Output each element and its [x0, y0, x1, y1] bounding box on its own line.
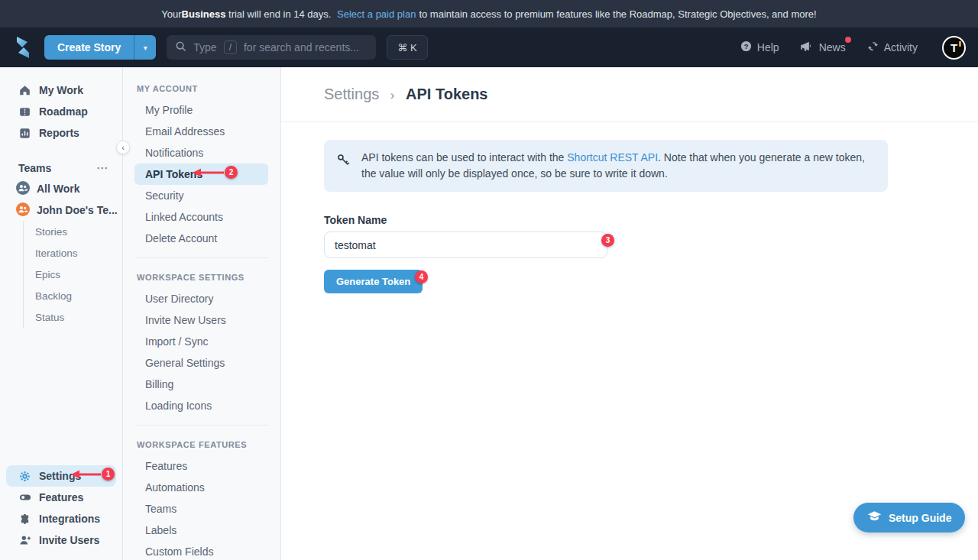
- shortcut-logo-icon[interactable]: [12, 35, 35, 60]
- news-menu[interactable]: News: [801, 40, 846, 54]
- team-subitems: Stories Iterations Epics Backlog Status: [23, 221, 122, 328]
- slash-key-hint: /: [224, 40, 237, 54]
- activity-sync-icon: [867, 40, 879, 54]
- sidebar-item-roadmap[interactable]: Roadmap: [0, 101, 122, 122]
- setup-guide-icon: [867, 510, 882, 525]
- all-work-avatar-icon: [16, 181, 30, 197]
- settings-nav-linked-accounts[interactable]: Linked Accounts: [134, 206, 268, 228]
- settings-nav-labels[interactable]: Labels: [134, 520, 268, 541]
- activity-menu[interactable]: Activity: [867, 40, 918, 54]
- banner-plan-name: Business: [182, 8, 226, 20]
- left-sidebar: ‹ My Work Roadmap Reports Teams ⋯: [0, 67, 123, 560]
- activity-label[interactable]: Activity: [884, 41, 918, 53]
- generate-token-button[interactable]: Generate Token: [324, 270, 423, 293]
- user-avatar[interactable]: T: [942, 36, 966, 60]
- settings-nav-security[interactable]: Security: [134, 185, 268, 206]
- cmd-k-shortcut-badge: ⌘ K: [387, 35, 427, 60]
- avatar-letter: T: [950, 41, 957, 54]
- sidebar-item-iterations[interactable]: Iterations: [24, 242, 122, 264]
- annotation-arrow-2: [192, 167, 225, 179]
- bar-chart-icon: [18, 128, 31, 139]
- sidebar-item-backlog[interactable]: Backlog: [24, 285, 122, 306]
- setup-guide-label: Setup Guide: [889, 512, 951, 524]
- settings-nav-features[interactable]: Features: [134, 455, 268, 477]
- sidebar-item-invite-users[interactable]: Invite Users: [0, 529, 122, 551]
- search-placeholder-rest: for search and recents...: [244, 41, 359, 53]
- search-icon: [175, 40, 186, 54]
- main-content: Settings › API Tokens API tokens can be …: [281, 67, 978, 560]
- search-placeholder-type: Type: [193, 41, 216, 53]
- app-body: ‹ My Work Roadmap Reports Teams ⋯: [0, 67, 978, 560]
- sidebar-item-status[interactable]: Status: [24, 306, 122, 328]
- settings-nav-automations[interactable]: Automations: [134, 477, 268, 498]
- sidebar-collapse-button[interactable]: ‹: [116, 141, 130, 154]
- annotation-badge-2: 2: [225, 166, 238, 179]
- trial-banner: Your Business trial will end in 14 days.…: [0, 0, 978, 28]
- annotation-badge-4: 4: [415, 270, 428, 283]
- invite-user-icon: [18, 534, 31, 546]
- breadcrumb-separator-icon: ›: [390, 88, 395, 102]
- svg-text:?: ?: [743, 43, 748, 50]
- settings-nav-general-settings[interactable]: General Settings: [134, 352, 268, 374]
- annotation-badge-3: 3: [601, 234, 614, 247]
- help-menu[interactable]: ? Help: [740, 40, 779, 54]
- section-divider: [137, 257, 268, 258]
- section-title-my-account: MY ACCOUNT: [123, 78, 280, 99]
- home-icon: [18, 85, 31, 96]
- settings-nav-billing[interactable]: Billing: [134, 374, 268, 395]
- settings-nav-email-addresses[interactable]: Email Addresses: [134, 121, 268, 142]
- help-icon: ?: [740, 40, 752, 54]
- gear-icon: [18, 471, 31, 482]
- settings-nav-import-sync[interactable]: Import / Sync: [134, 331, 268, 352]
- sidebar-item-john-does-team[interactable]: John Doe's Te...: [0, 199, 122, 221]
- create-story-caret-icon[interactable]: ▾: [134, 35, 156, 60]
- select-paid-plan-link[interactable]: Select a paid plan: [337, 8, 416, 20]
- settings-nav-user-directory[interactable]: User Directory: [134, 288, 268, 309]
- sidebar-item-integrations[interactable]: Integrations: [0, 508, 122, 529]
- sidebar-item-all-work[interactable]: All Work: [0, 178, 122, 199]
- setup-guide-button[interactable]: Setup Guide: [853, 503, 965, 532]
- settings-nav-notifications[interactable]: Notifications: [134, 142, 268, 163]
- help-label[interactable]: Help: [757, 41, 779, 53]
- sidebar-item-label: Invite Users: [39, 534, 99, 546]
- news-label[interactable]: News: [819, 41, 846, 53]
- puzzle-icon: [18, 513, 31, 525]
- sidebar-item-label: Features: [39, 491, 83, 503]
- sidebar-item-label: Integrations: [39, 513, 100, 525]
- token-name-input[interactable]: [324, 231, 607, 258]
- api-tokens-info-box: API tokens can be used to interact with …: [324, 140, 888, 192]
- sidebar-item-stories[interactable]: Stories: [24, 221, 122, 242]
- section-title-workspace-features: WORKSPACE FEATURES: [123, 434, 280, 455]
- create-story-button[interactable]: Create Story ▾: [44, 35, 156, 60]
- info-text-pre: API tokens can be used to interact with …: [361, 151, 567, 163]
- team-label: All Work: [37, 183, 80, 195]
- settings-nav-teams[interactable]: Teams: [134, 498, 268, 520]
- settings-nav-custom-fields[interactable]: Custom Fields: [134, 541, 268, 560]
- annotation-arrow-1: [70, 468, 102, 481]
- section-divider: [137, 425, 268, 426]
- create-story-label[interactable]: Create Story: [44, 35, 134, 60]
- team-label: John Doe's Te...: [37, 204, 118, 216]
- settings-nav-invite-new-users[interactable]: Invite New Users: [134, 309, 268, 331]
- sidebar-item-epics[interactable]: Epics: [24, 264, 122, 285]
- breadcrumb-settings[interactable]: Settings: [324, 86, 379, 102]
- sidebar-item-label: My Work: [39, 84, 83, 96]
- sidebar-item-reports[interactable]: Reports: [0, 122, 122, 144]
- banner-text-suffix: to maintain access to premium features l…: [419, 8, 816, 20]
- shortcut-rest-api-link[interactable]: Shortcut REST API: [567, 151, 658, 163]
- search-input[interactable]: Type / for search and recents...: [167, 35, 376, 60]
- banner-text-prefix: Your: [161, 8, 181, 20]
- section-title-workspace-settings: WORKSPACE SETTINGS: [123, 267, 280, 288]
- annotation-badge-1: 1: [102, 468, 115, 481]
- sidebar-item-my-work[interactable]: My Work: [0, 79, 122, 101]
- settings-nav-loading-icons[interactable]: Loading Icons: [134, 395, 268, 416]
- settings-nav-my-profile[interactable]: My Profile: [134, 99, 268, 121]
- settings-nav-sidebar: MY ACCOUNT My Profile Email Addresses No…: [123, 67, 281, 560]
- megaphone-icon: [801, 40, 814, 54]
- banner-text-mid: trial will end in 14 days.: [225, 8, 334, 20]
- teams-kebab-menu-icon[interactable]: ⋯: [96, 161, 108, 175]
- settings-nav-delete-account[interactable]: Delete Account: [134, 228, 268, 249]
- breadcrumb: Settings › API Tokens: [324, 86, 488, 103]
- sidebar-item-features[interactable]: Features: [0, 487, 122, 508]
- roadmap-icon: [18, 106, 31, 118]
